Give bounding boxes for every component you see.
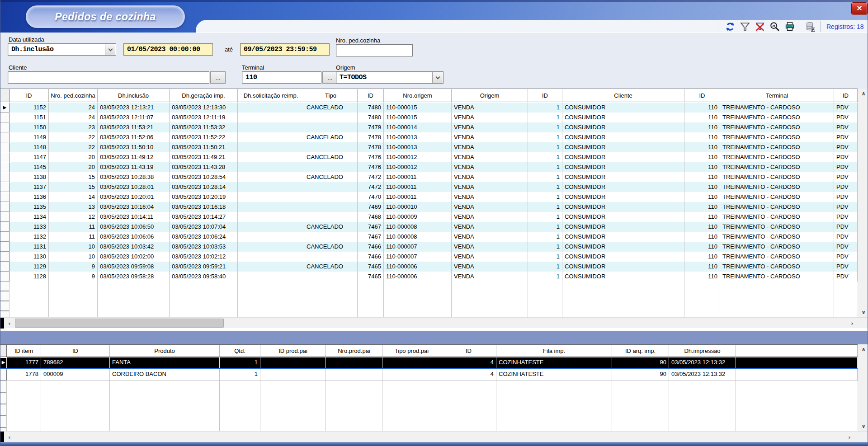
cell-id[interactable]: 1136	[9, 192, 49, 202]
cell-id-4[interactable]: 110	[684, 172, 720, 182]
filter-clear-icon[interactable]	[755, 21, 765, 32]
cell-origem[interactable]: VENDA	[452, 152, 528, 162]
cell-dh-inclusao[interactable]: 03/05/2023 11:49:12	[98, 152, 170, 162]
terminal-input[interactable]: 110	[242, 71, 321, 84]
cell-id-3[interactable]: 1	[528, 222, 562, 232]
cell-cliente[interactable]: CONSUMIDOR	[562, 142, 684, 152]
terminal-lookup-button[interactable]: ...	[322, 71, 338, 84]
table-row[interactable]: ▶11522403/05/2023 12:13:2103/05/2023 12:…	[0, 103, 858, 113]
cell-id-3[interactable]: 1	[528, 122, 562, 132]
cell-terminal[interactable]: TREINAMENTO - CARDOSO	[720, 272, 834, 282]
refresh-icon[interactable]	[725, 21, 736, 32]
cell-nro-origem[interactable]: 110-000013	[384, 142, 452, 152]
cell-nro-ped-cozinha[interactable]: 13	[49, 202, 98, 212]
cell-nro-origem[interactable]: 110-000011	[384, 192, 452, 202]
cell-nro-ped-cozinha[interactable]: 24	[49, 113, 98, 122]
column-header-cliente[interactable]: Cliente	[562, 89, 684, 102]
cell-dh-inclusao[interactable]: 03/05/2023 11:50:10	[98, 142, 170, 152]
cell-id-4[interactable]: 110	[684, 212, 720, 222]
cell-origem[interactable]: VENDA	[452, 132, 528, 142]
cell-nro-origem[interactable]: 110-000006	[384, 262, 452, 272]
column-header-id-item[interactable]: ID item	[7, 345, 41, 357]
cell-id-2[interactable]: 7470	[358, 192, 384, 202]
cell-tipo[interactable]: CANCELADO	[304, 242, 358, 252]
column-header-dh-solicitacao-reimp[interactable]: Dh.solicitação reimp.	[238, 89, 304, 102]
cell-id-3[interactable]: 1	[528, 152, 562, 162]
cell-terminal[interactable]: TREINAMENTO - CARDOSO	[720, 142, 834, 152]
cell-nro-ped-cozinha[interactable]: 22	[49, 132, 98, 142]
cell-dh-solicitacao-reimp[interactable]	[238, 132, 304, 142]
cell-dh-solicitacao-reimp[interactable]	[238, 182, 304, 192]
cell-origem[interactable]: VENDA	[452, 182, 528, 192]
cell-nro-prod-pai[interactable]	[326, 357, 382, 368]
cell-nro-ped-cozinha[interactable]: 12	[49, 212, 98, 222]
cell-origem[interactable]: VENDA	[452, 272, 528, 282]
cell-dh-geracao-imp[interactable]: 03/05/2023 10:28:54	[170, 172, 238, 182]
cell-cliente[interactable]: CONSUMIDOR	[562, 162, 684, 172]
scroll-down-button[interactable]: ∨	[858, 421, 868, 431]
cell-nro-origem[interactable]: 110-000011	[384, 182, 452, 192]
table-row[interactable]: 11321103/05/2023 10:06:0603/05/2023 10:0…	[0, 232, 858, 242]
column-header-fila-imp[interactable]: Fila imp.	[496, 345, 612, 357]
origem-combobox[interactable]: T=TODOS	[336, 71, 443, 84]
cell-id-5[interactable]: PDV	[834, 252, 858, 262]
scroll-up-button[interactable]: ∧	[858, 344, 868, 354]
cell-cliente[interactable]: CONSUMIDOR	[562, 212, 684, 222]
cell-id-5[interactable]: PDV	[834, 122, 858, 132]
cell-id-2[interactable]: 4	[441, 369, 496, 380]
cell-dh-inclusao[interactable]: 03/05/2023 10:14:11	[98, 212, 170, 222]
column-header-produto[interactable]: Produto	[110, 345, 220, 357]
date-to-field[interactable]: 09/05/2023 23:59:59	[240, 43, 330, 56]
cell-fila-imp[interactable]: COZINHATESTE	[496, 369, 612, 380]
cell-nro-origem[interactable]: 110-000014	[384, 122, 452, 132]
cell-dh-inclusao[interactable]: 03/05/2023 10:03:42	[98, 242, 170, 252]
cell-id-5[interactable]: PDV	[834, 152, 858, 162]
cell-id-3[interactable]: 1	[528, 232, 562, 242]
cell-dh-solicitacao-reimp[interactable]	[238, 272, 304, 282]
cell-id[interactable]: 1138	[9, 172, 49, 182]
cell-nro-ped-cozinha[interactable]: 10	[49, 252, 98, 262]
cell-id-3[interactable]: 1	[528, 272, 562, 282]
cell-dh-solicitacao-reimp[interactable]	[238, 142, 304, 152]
table-row[interactable]: 11371503/05/2023 10:28:0103/05/2023 10:2…	[0, 182, 858, 192]
cell-id-2[interactable]: 7469	[358, 202, 384, 212]
cell-id-2[interactable]: 7465	[358, 272, 384, 282]
cell-id-4[interactable]: 110	[684, 103, 720, 113]
column-header-tipo-prod-pai[interactable]: Tipo prod.pai	[382, 345, 441, 357]
cell-tipo[interactable]	[304, 182, 358, 192]
cell-id-item[interactable]: 1777	[7, 357, 41, 368]
table-row[interactable]: 11492203/05/2023 11:52:0603/05/2023 11:5…	[0, 132, 858, 142]
cell-id-4[interactable]: 110	[684, 152, 720, 162]
scroll-left-button[interactable]: ‹	[4, 318, 15, 329]
cell-dh-solicitacao-reimp[interactable]	[238, 113, 304, 122]
cell-id-2[interactable]: 7465	[358, 262, 384, 272]
cell-id-3[interactable]: 1	[528, 162, 562, 172]
cell-dh-inclusao[interactable]: 03/05/2023 11:53:21	[98, 122, 170, 132]
cell-id-4[interactable]: 110	[684, 202, 720, 212]
cell-id-arq-imp[interactable]: 90	[612, 357, 669, 368]
cell-nro-ped-cozinha[interactable]: 24	[49, 103, 98, 113]
cell-id[interactable]: 1147	[9, 152, 49, 162]
cell-id-4[interactable]: 110	[684, 272, 720, 282]
cell-id-4[interactable]: 110	[684, 142, 720, 152]
cell-cliente[interactable]: CONSUMIDOR	[562, 182, 684, 192]
cell-cliente[interactable]: CONSUMIDOR	[562, 232, 684, 242]
table-row[interactable]: 11482203/05/2023 11:50:1003/05/2023 11:5…	[0, 142, 858, 152]
cell-tipo[interactable]: CANCELADO	[304, 103, 358, 113]
column-header-qtd[interactable]: Qtd.	[220, 345, 260, 357]
cliente-input[interactable]	[8, 71, 209, 84]
cell-dh-geracao-imp[interactable]: 03/05/2023 10:14:27	[170, 212, 238, 222]
cell-id-2[interactable]: 4	[441, 357, 496, 368]
cell-terminal[interactable]: TREINAMENTO - CARDOSO	[720, 113, 834, 122]
column-header-id[interactable]: ID	[9, 89, 49, 102]
cell-id-3[interactable]: 1	[528, 192, 562, 202]
cell-dh-solicitacao-reimp[interactable]	[238, 212, 304, 222]
cell-dh-inclusao[interactable]: 03/05/2023 10:28:01	[98, 182, 170, 192]
cell-cliente[interactable]: CONSUMIDOR	[562, 132, 684, 142]
cell-nro-ped-cozinha[interactable]: 10	[49, 242, 98, 252]
cell-id-2[interactable]: 7467	[358, 232, 384, 242]
cell-id[interactable]: 1135	[9, 202, 49, 212]
cell-nro-ped-cozinha[interactable]: 22	[49, 142, 98, 152]
table-row[interactable]: 11361403/05/2023 10:20:0103/05/2023 10:2…	[0, 192, 858, 202]
cell-nro-origem[interactable]: 110-000007	[384, 242, 452, 252]
